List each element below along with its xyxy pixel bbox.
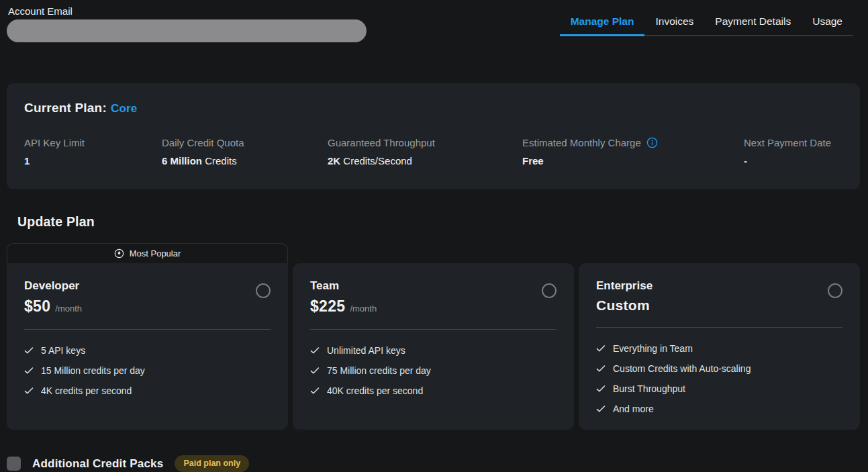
stat-label: API Key Limit bbox=[24, 137, 162, 148]
plan-body-enterprise[interactable]: Enterprise Custom Everything in Team Cus… bbox=[579, 263, 860, 430]
plan-card-developer: Most Popular Developer $50 /month 5 API … bbox=[7, 243, 288, 430]
plan-price-row: Custom bbox=[596, 297, 655, 314]
tab-invoices[interactable]: Invoices bbox=[644, 15, 704, 36]
tab-payment-details[interactable]: Payment Details bbox=[704, 15, 802, 36]
plan-card-team: Team $225 /month Unlimited API keys 75 M… bbox=[293, 243, 574, 430]
stat-value: 2K Credits/Second bbox=[328, 155, 522, 167]
feature-item: Burst Throughput bbox=[596, 383, 842, 394]
stat-value: 1 bbox=[24, 155, 162, 167]
plan-head: Enterprise Custom bbox=[596, 279, 842, 314]
top-bar: Account Email Manage Plan Invoices Payme… bbox=[0, 0, 868, 42]
feature-item: And more bbox=[596, 404, 842, 414]
current-plan-card: Current Plan:Core API Key Limit 1 Daily … bbox=[7, 83, 860, 189]
stat-label: Estimated Monthly Charge bbox=[522, 137, 744, 148]
check-icon bbox=[596, 344, 606, 353]
feature-list: 5 API keys 15 Million credits per day 4K… bbox=[24, 345, 271, 396]
plan-name: Team bbox=[310, 279, 377, 293]
divider bbox=[310, 329, 557, 330]
current-plan-title-prefix: Current Plan: bbox=[24, 101, 107, 115]
check-icon bbox=[310, 386, 320, 395]
paid-plan-only-badge: Paid plan only bbox=[175, 455, 249, 472]
account-email-label: Account Email bbox=[8, 5, 367, 17]
plan-period: /month bbox=[55, 303, 82, 314]
stat-label: Daily Credit Quota bbox=[162, 137, 328, 148]
stat-value: Free bbox=[522, 155, 744, 167]
credit-packs-label: Additional Credit Packs bbox=[32, 457, 163, 471]
plan-radio-developer[interactable] bbox=[256, 283, 271, 298]
check-icon bbox=[596, 404, 606, 414]
feature-item: Custom Credits with Auto-scaling bbox=[596, 363, 842, 374]
stat-label: Guaranteed Throughput bbox=[328, 137, 522, 148]
feature-item: 5 API keys bbox=[24, 345, 271, 356]
account-email-input[interactable] bbox=[7, 19, 367, 42]
feature-item: 4K credits per second bbox=[24, 385, 271, 396]
stat-guaranteed-throughput: Guaranteed Throughput 2K Credits/Second bbox=[328, 137, 522, 167]
plan-price: Custom bbox=[596, 297, 650, 314]
feature-item: 15 Million credits per day bbox=[24, 365, 271, 376]
current-plan-name: Core bbox=[111, 102, 138, 115]
divider bbox=[596, 327, 842, 328]
update-plan-heading: Update Plan bbox=[17, 214, 868, 230]
additional-credit-packs-row: Additional Credit Packs Paid plan only bbox=[7, 455, 868, 472]
most-popular-band: Most Popular bbox=[7, 243, 288, 263]
plan-price: $50 bbox=[24, 297, 50, 316]
feature-list: Everything in Team Custom Credits with A… bbox=[596, 343, 842, 414]
check-icon bbox=[310, 346, 320, 355]
stat-value: - bbox=[744, 155, 842, 167]
feature-item: 75 Million credits per day bbox=[310, 365, 557, 376]
plan-head: Team $225 /month bbox=[310, 279, 557, 316]
plan-name: Developer bbox=[24, 279, 82, 293]
plan-head: Developer $50 /month bbox=[24, 279, 271, 316]
tab-manage-plan[interactable]: Manage Plan bbox=[560, 15, 645, 36]
plan-price: $225 bbox=[310, 297, 345, 316]
plan-title-block: Enterprise Custom bbox=[596, 279, 655, 314]
tab-bar: Manage Plan Invoices Payment Details Usa… bbox=[560, 15, 853, 36]
account-email-block: Account Email bbox=[7, 5, 367, 42]
check-icon bbox=[596, 364, 606, 373]
current-plan-title: Current Plan:Core bbox=[24, 101, 842, 115]
info-icon[interactable] bbox=[646, 137, 658, 148]
plan-stats-row: API Key Limit 1 Daily Credit Quota 6 Mil… bbox=[24, 137, 842, 167]
plan-options: Most Popular Developer $50 /month 5 API … bbox=[7, 243, 860, 430]
plan-radio-enterprise[interactable] bbox=[828, 283, 842, 298]
stat-next-payment-date: Next Payment Date - bbox=[744, 137, 842, 167]
most-popular-label: Most Popular bbox=[130, 248, 181, 258]
feature-item: Unlimited API keys bbox=[310, 345, 557, 356]
feature-list: Unlimited API keys 75 Million credits pe… bbox=[310, 345, 557, 396]
plan-name: Enterprise bbox=[596, 279, 655, 293]
check-icon bbox=[24, 366, 34, 375]
divider bbox=[24, 329, 271, 330]
check-icon bbox=[24, 346, 34, 355]
credit-packs-checkbox[interactable] bbox=[7, 457, 21, 471]
check-icon bbox=[24, 386, 34, 395]
feature-item: Everything in Team bbox=[596, 343, 842, 354]
plan-card-enterprise: Enterprise Custom Everything in Team Cus… bbox=[579, 243, 860, 430]
flame-icon bbox=[114, 248, 124, 258]
billing-page: Account Email Manage Plan Invoices Payme… bbox=[0, 0, 868, 472]
plan-title-block: Team $225 /month bbox=[310, 279, 377, 316]
plan-period: /month bbox=[350, 303, 377, 314]
band-spacer bbox=[579, 243, 860, 263]
plan-title-block: Developer $50 /month bbox=[24, 279, 82, 316]
plan-body-developer[interactable]: Developer $50 /month 5 API keys 15 Milli… bbox=[7, 263, 288, 430]
check-icon bbox=[310, 366, 320, 375]
check-icon bbox=[596, 384, 606, 393]
plan-radio-team[interactable] bbox=[542, 283, 557, 298]
stat-daily-credit-quota: Daily Credit Quota 6 Million Credits bbox=[162, 137, 328, 167]
stat-label: Next Payment Date bbox=[744, 137, 842, 148]
feature-item: 40K credits per second bbox=[310, 385, 557, 396]
stat-value: 6 Million Credits bbox=[162, 155, 328, 167]
stat-api-key-limit: API Key Limit 1 bbox=[24, 137, 162, 167]
plan-price-row: $50 /month bbox=[24, 297, 82, 316]
plan-body-team[interactable]: Team $225 /month Unlimited API keys 75 M… bbox=[293, 263, 574, 430]
stat-estimated-monthly-charge: Estimated Monthly Charge Free bbox=[522, 137, 744, 167]
band-spacer bbox=[293, 243, 574, 263]
tab-usage[interactable]: Usage bbox=[802, 15, 853, 36]
plan-price-row: $225 /month bbox=[310, 297, 377, 316]
